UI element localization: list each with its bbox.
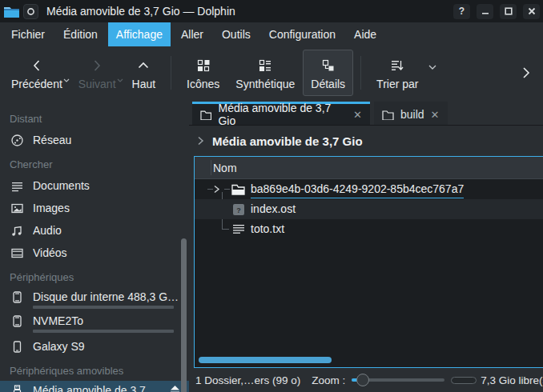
- close-button[interactable]: [523, 4, 540, 19]
- free-space-label: 7,3 Gio libre(s): [481, 374, 543, 386]
- menu-fichier[interactable]: Fichier: [3, 22, 53, 46]
- tab-close-icon[interactable]: ✕: [353, 109, 362, 121]
- sidebar-item-disque-dur[interactable]: Disque dur interne 488,3 G…: [0, 287, 189, 311]
- sidebar-item-galaxy-s9[interactable]: Galaxy S9: [0, 335, 189, 358]
- breadcrumb: Média amovible de 3,7 Gio: [189, 126, 543, 156]
- table-row[interactable]: ba869e4b-03d6-4249-9202-85b4cec767a7: [195, 179, 543, 199]
- sidebar-item-documents[interactable]: Documents: [0, 174, 189, 197]
- sort-dropdown-icon[interactable]: [428, 65, 436, 70]
- view-compact-label: Synthétique: [235, 78, 295, 90]
- tab-close-icon[interactable]: ✕: [431, 109, 440, 121]
- view-details-button[interactable]: Détails: [303, 50, 353, 96]
- tab-bar: Média amovible de 3,7 Gio ✕ build ✕: [189, 99, 543, 126]
- toolbar-separator: [360, 56, 361, 90]
- sidebar-item-audio[interactable]: Audio: [0, 219, 189, 242]
- zoom-slider[interactable]: [352, 374, 444, 386]
- hard-drive-icon: [10, 314, 24, 328]
- images-icon: [10, 202, 24, 215]
- window-title: Média amovible de 3,7 Gio — Dolphin: [46, 5, 447, 18]
- arrow-up-icon: [136, 57, 151, 74]
- tab-build[interactable]: build ✕: [374, 102, 448, 125]
- folder-icon: [231, 182, 245, 196]
- file-name[interactable]: toto.txt: [251, 222, 284, 237]
- toolbar-overflow-button[interactable]: [514, 55, 538, 90]
- up-button[interactable]: Haut: [124, 50, 164, 96]
- section-title-peripheriques: Périphériques: [0, 264, 189, 287]
- arrow-left-icon: [30, 57, 44, 74]
- view-compact-button[interactable]: Synthétique: [227, 50, 303, 96]
- sort-icon: [389, 57, 405, 74]
- sidebar-item-label: Galaxy S9: [33, 340, 85, 353]
- unknown-file-icon: ?: [231, 202, 245, 216]
- view-icons-label: Icônes: [187, 78, 219, 90]
- toolbar-separator: [171, 56, 171, 90]
- menu-outils[interactable]: Outils: [214, 22, 259, 46]
- sidebar-item-label: Vidéos: [33, 246, 67, 259]
- menu-affichage[interactable]: Affichage: [108, 22, 171, 46]
- folder-icon: [200, 110, 211, 120]
- back-dropdown-icon[interactable]: [63, 78, 70, 82]
- folder-view: Nom: [194, 156, 543, 368]
- dolphin-window: Média amovible de 3,7 Gio — Dolphin ? Fi…: [0, 0, 543, 392]
- sort-by-button[interactable]: Trier par: [368, 50, 426, 96]
- column-separator: [211, 160, 211, 175]
- disk-usage-bar: [33, 330, 174, 333]
- zoom-label: Zoom :: [312, 374, 345, 386]
- back-label: Précédent: [11, 78, 62, 90]
- sidebar-item-label: Documents: [33, 179, 90, 192]
- table-row[interactable]: ? index.ost: [195, 199, 543, 219]
- dolphin-app-icon: [3, 5, 20, 18]
- horizontal-scrollbar[interactable]: [199, 357, 332, 363]
- details-view-icon: [321, 57, 336, 74]
- forward-button[interactable]: Suivant: [70, 50, 124, 96]
- minimize-button[interactable]: [477, 4, 493, 19]
- menu-aller[interactable]: Aller: [173, 22, 211, 46]
- sidebar-item-label: Audio: [33, 224, 62, 237]
- titlebar: Média amovible de 3,7 Gio — Dolphin ?: [0, 0, 543, 22]
- column-header[interactable]: Nom: [195, 157, 543, 179]
- sidebar-item-label: Images: [33, 202, 70, 214]
- tab-media-amovible[interactable]: Média amovible de 3,7 Gio ✕: [192, 102, 370, 125]
- menu-configuration[interactable]: Configuration: [261, 22, 344, 46]
- section-title-distant: Distant: [0, 106, 189, 129]
- smartphone-icon: [10, 340, 24, 354]
- maximize-button[interactable]: [500, 4, 517, 19]
- hard-drive-icon: [10, 290, 24, 304]
- table-row[interactable]: toto.txt: [195, 219, 543, 239]
- sidebar-item-nvme2to[interactable]: NVME2To: [0, 311, 189, 335]
- help-button[interactable]: ?: [453, 4, 470, 19]
- file-name[interactable]: ba869e4b-03d6-4249-9202-85b4cec767a7: [251, 182, 464, 198]
- menu-aide[interactable]: Aide: [346, 22, 384, 46]
- places-panel: Distant Réseau Chercher: [0, 99, 189, 392]
- sort-label: Trier par: [376, 78, 418, 90]
- icons-view-icon: [196, 57, 211, 74]
- main-toolbar: Précédent Suivant Haut: [0, 46, 543, 99]
- disk-usage-bar: [33, 306, 174, 309]
- sidebar-scrollbar[interactable]: [181, 238, 187, 392]
- window-menu-button[interactable]: [23, 4, 38, 19]
- sidebar-item-media-amovible[interactable]: Média amovible de 3,7 …: [0, 381, 189, 392]
- view-icons-button[interactable]: Icônes: [179, 50, 227, 96]
- sidebar-item-videos[interactable]: Vidéos: [0, 242, 189, 264]
- text-file-icon: [231, 222, 245, 236]
- view-details-label: Détails: [311, 78, 345, 90]
- menu-edition[interactable]: Édition: [55, 22, 106, 46]
- back-button[interactable]: Précédent: [3, 50, 70, 96]
- forward-dropdown-icon[interactable]: [117, 78, 123, 82]
- sidebar-item-reseau[interactable]: Réseau: [0, 129, 189, 151]
- expander-icon[interactable]: [213, 185, 220, 194]
- file-name[interactable]: index.ost: [251, 202, 296, 217]
- chevron-right-icon[interactable]: [197, 136, 204, 146]
- breadcrumb-current[interactable]: Média amovible de 3,7 Gio: [212, 134, 363, 148]
- folder-icon: [382, 110, 394, 120]
- items-summary: 1 Dossier,…ers (99 o): [195, 374, 300, 386]
- tab-label: Média amovible de 3,7 Gio: [218, 102, 347, 127]
- film-icon: [10, 246, 24, 260]
- eject-button[interactable]: [169, 384, 181, 392]
- slider-handle[interactable]: [356, 374, 369, 386]
- sidebar-item-label: Réseau: [33, 134, 71, 146]
- sidebar-item-images[interactable]: Images: [0, 197, 189, 219]
- sidebar-item-label: Disque dur interne 488,3 G…: [33, 290, 181, 303]
- menubar: Fichier Édition Affichage Aller Outils C…: [0, 22, 543, 46]
- usb-drive-icon: [10, 384, 24, 392]
